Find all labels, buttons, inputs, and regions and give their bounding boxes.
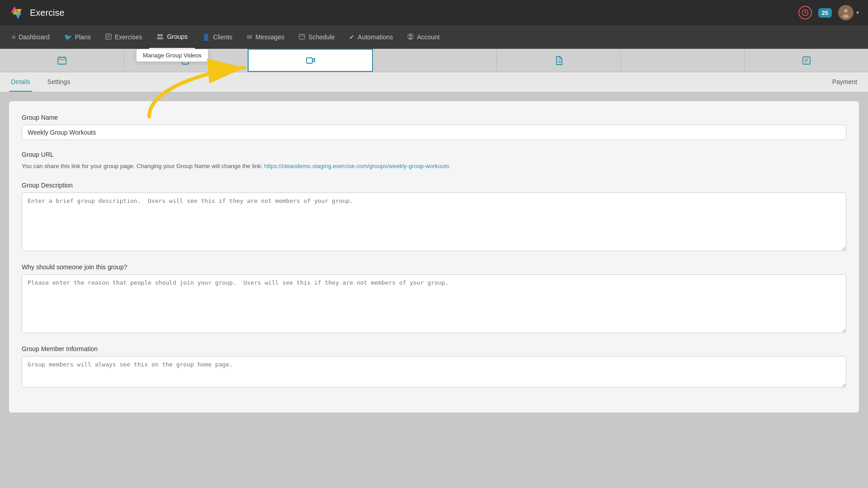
calendar-icon [57,56,67,66]
group-name-label: Group Name [22,114,846,121]
nav-label-exercises: Exercises [115,33,142,41]
app-logo-icon [9,5,25,21]
svg-point-13 [157,34,160,37]
sub-tabs-container [0,49,868,72]
tab-details[interactable]: Details [9,72,32,92]
sidebar-item-groups[interactable]: Groups Manage Group Videos [149,25,195,49]
nav-label-dashboard: Dashboard [19,33,50,41]
topbar: Exercise 25 ▾ [0,0,868,25]
account-icon [407,33,414,41]
topbar-left: Exercise [9,5,65,21]
manage-group-videos-tooltip: Manage Group Videos [136,49,208,62]
nav-label-clients: Clients [213,33,232,41]
svg-point-14 [160,34,163,37]
video-icon [306,56,316,66]
svg-rect-24 [58,57,66,64]
main-content: Group Name Group URL You can share this … [0,92,868,488]
dashboard-icon: ≡ [12,33,15,41]
tab-settings[interactable]: Settings [46,72,72,92]
why-join-textarea[interactable] [22,274,846,333]
plans-icon: 🐦 [64,33,72,41]
svg-rect-29 [307,58,312,63]
tab-video[interactable] [248,49,373,72]
nav-label-groups: Groups [167,33,188,40]
user-menu-button[interactable]: ▾ [838,5,859,20]
nav-label-automations: Automations [358,33,393,41]
notification-count: 25 [818,8,832,18]
sidebar-item-clients[interactable]: 👤 Clients [195,25,240,49]
member-info-textarea[interactable] [22,356,846,388]
sidebar-item-messages[interactable]: ✉ Messages [240,25,292,49]
group-url-group: Group URL You can share this link for yo… [22,151,846,171]
sidebar-item-automations[interactable]: ✔ Automations [342,25,400,49]
group-description-label: Group Description [22,182,846,189]
tab-document[interactable] [497,49,621,72]
sidebar-item-schedule[interactable]: Schedule [292,25,342,49]
member-info-group: Group Member Information [22,345,846,389]
chevron-down-icon: ▾ [856,9,859,16]
sub-tabs [0,49,868,72]
sidebar-item-account[interactable]: Account [400,25,447,49]
group-url-label: Group URL [22,151,846,158]
messages-icon: ✉ [247,33,252,41]
nav-label-messages: Messages [255,33,284,41]
clients-icon: 👤 [202,33,210,41]
tab-calendar[interactable] [0,49,124,72]
sidebar-item-dashboard[interactable]: ≡ Dashboard [5,25,57,49]
automations-icon: ✔ [349,33,354,41]
clock-icon [798,6,812,19]
tab-payment[interactable]: Payment [830,72,859,92]
member-info-label: Group Member Information [22,345,846,352]
why-join-label: Why should someone join this group? [22,263,846,271]
topbar-right: 25 ▾ [798,5,859,20]
groups-icon [156,33,164,41]
group-name-group: Group Name [22,114,846,140]
tab-edit[interactable] [745,49,868,72]
form-section: Group Name Group URL You can share this … [9,101,859,413]
nav-label-plans: Plans [75,33,91,41]
group-url-link[interactable]: https://cleandemo.staging.exercise.com/g… [264,163,449,169]
sidebar-item-plans[interactable]: 🐦 Plans [57,25,98,49]
tab-spacer1 [373,49,497,72]
group-url-description: You can share this link for your group p… [22,162,846,171]
group-description-group: Group Description [22,182,846,253]
svg-point-23 [409,38,412,39]
why-join-group: Why should someone join this group? [22,263,846,334]
nav-label-schedule: Schedule [308,33,335,41]
notifications-button[interactable]: 25 [818,8,832,18]
tab-spacer2 [621,49,745,72]
nav-label-account: Account [417,33,440,41]
svg-point-16 [160,37,163,39]
svg-point-22 [410,34,412,37]
document-icon [554,56,564,66]
clock-button[interactable] [798,6,812,19]
svg-point-8 [843,14,849,18]
schedule-icon [299,33,305,41]
avatar [838,5,854,20]
navbar: ≡ Dashboard 🐦 Plans Exercises Groups [0,25,868,49]
sidebar-item-exercises[interactable]: Exercises [98,25,150,49]
svg-rect-17 [299,34,305,39]
exercises-icon [105,33,112,41]
edit-icon [802,56,811,66]
content-tabs: Details Settings Payment [0,72,868,92]
app-title: Exercise [30,8,65,18]
group-name-input[interactable] [22,125,846,140]
group-description-textarea[interactable] [22,192,846,251]
svg-point-7 [844,9,848,13]
